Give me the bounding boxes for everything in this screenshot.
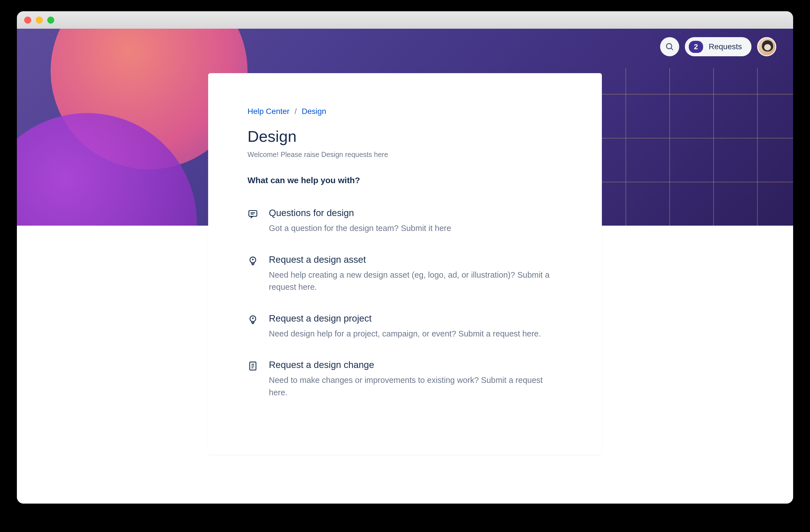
breadcrumb-separator: / — [294, 107, 297, 116]
request-content: Questions for design Got a question for … — [269, 208, 563, 235]
requests-label: Requests — [709, 42, 742, 51]
request-item-project[interactable]: Request a design project Need design hel… — [247, 313, 563, 340]
decorative-grid — [582, 68, 793, 226]
help-heading: What can we help you with? — [247, 176, 563, 185]
search-button[interactable] — [660, 37, 679, 56]
request-title: Request a design asset — [269, 254, 563, 265]
titlebar — [17, 11, 793, 29]
request-title: Request a design project — [269, 313, 563, 324]
maximize-window-button[interactable] — [47, 17, 54, 23]
minimize-window-button[interactable] — [36, 17, 43, 23]
request-description: Need design help for a project, campaign… — [269, 328, 563, 340]
breadcrumb-root-link[interactable]: Help Center — [247, 107, 289, 116]
request-content: Request a design asset Need help creatin… — [269, 254, 563, 293]
request-item-asset[interactable]: Request a design asset Need help creatin… — [247, 254, 563, 293]
request-description: Need help creating a new design asset (e… — [269, 269, 563, 293]
breadcrumb-current-link[interactable]: Design — [302, 107, 326, 116]
request-title: Questions for design — [269, 208, 563, 218]
avatar[interactable] — [757, 37, 776, 56]
chat-icon — [247, 209, 258, 220]
request-content: Request a design project Need design hel… — [269, 313, 563, 340]
request-item-change[interactable]: Request a design change Need to make cha… — [247, 359, 563, 399]
main-card: Help Center / Design Design Welcome! Ple… — [208, 73, 602, 455]
breadcrumb: Help Center / Design — [247, 107, 563, 116]
request-description: Got a question for the design team? Subm… — [269, 222, 563, 235]
lightbulb-icon — [247, 256, 258, 266]
request-item-questions[interactable]: Questions for design Got a question for … — [247, 208, 563, 235]
lightbulb-icon — [247, 314, 258, 325]
svg-rect-2 — [249, 210, 257, 216]
page-subtitle: Welcome! Please raise Design requests he… — [247, 150, 563, 159]
request-description: Need to make changes or improvements to … — [269, 374, 563, 399]
requests-count-badge: 2 — [689, 41, 703, 53]
requests-button[interactable]: 2 Requests — [685, 37, 751, 56]
topbar: 2 Requests — [660, 37, 776, 56]
document-icon — [247, 361, 258, 371]
request-list: Questions for design Got a question for … — [247, 208, 563, 399]
svg-line-1 — [671, 48, 673, 50]
request-title: Request a design change — [269, 359, 563, 370]
search-icon — [665, 42, 674, 51]
app-window: 2 Requests Help Center / Design Design W… — [17, 11, 793, 504]
request-content: Request a design change Need to make cha… — [269, 359, 563, 399]
page-title: Design — [247, 127, 563, 145]
close-window-button[interactable] — [24, 17, 31, 23]
